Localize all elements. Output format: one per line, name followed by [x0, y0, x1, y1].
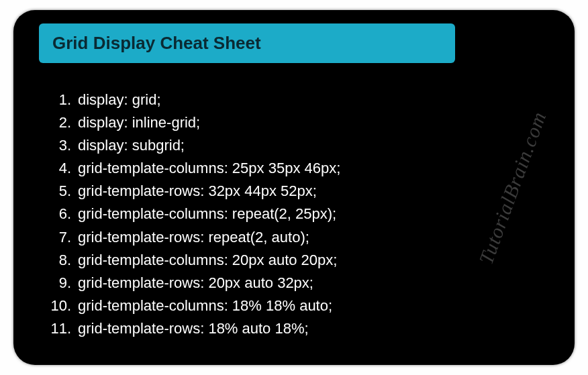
list-item: grid-template-rows: 32px 44px 52px;: [39, 180, 549, 203]
list-item-text: grid-template-columns: repeat(2, 25px);: [78, 203, 336, 225]
list-item: grid-template-columns: 18% 18% auto;: [39, 294, 549, 317]
css-properties-list: display: grid; display: inline-grid; dis…: [39, 89, 549, 340]
list-item-text: display: subgrid;: [78, 134, 185, 157]
list-item-text: display: inline-grid;: [78, 111, 200, 134]
list-item: display: inline-grid;: [39, 111, 549, 134]
list-item: grid-template-columns: repeat(2, 25px);: [39, 203, 549, 225]
list-item: grid-template-rows: repeat(2, auto);: [39, 226, 549, 249]
list-item: display: grid;: [39, 89, 549, 111]
page-title: Grid Display Cheat Sheet: [52, 33, 261, 53]
list-item: grid-template-columns: 20px auto 20px;: [39, 249, 549, 272]
list-item-text: grid-template-rows: 32px 44px 52px;: [78, 180, 317, 203]
list-item-text: grid-template-rows: 20px auto 32px;: [78, 272, 313, 294]
list-item: display: subgrid;: [39, 134, 549, 157]
title-bar: Grid Display Cheat Sheet: [39, 23, 455, 63]
list-item-text: grid-template-rows: repeat(2, auto);: [78, 226, 309, 249]
list-item: grid-template-rows: 20px auto 32px;: [39, 272, 549, 294]
list-item-text: grid-template-columns: 18% 18% auto;: [78, 294, 332, 317]
list-item: grid-template-rows: 18% auto 18%;: [39, 317, 549, 340]
list-item-text: grid-template-columns: 25px 35px 46px;: [78, 157, 340, 180]
cheat-sheet-card: Grid Display Cheat Sheet display: grid; …: [13, 10, 575, 365]
list-item-text: grid-template-columns: 20px auto 20px;: [78, 249, 337, 272]
list-item-text: grid-template-rows: 18% auto 18%;: [78, 317, 309, 340]
list-item: grid-template-columns: 25px 35px 46px;: [39, 157, 549, 180]
list-item-text: display: grid;: [78, 89, 161, 111]
